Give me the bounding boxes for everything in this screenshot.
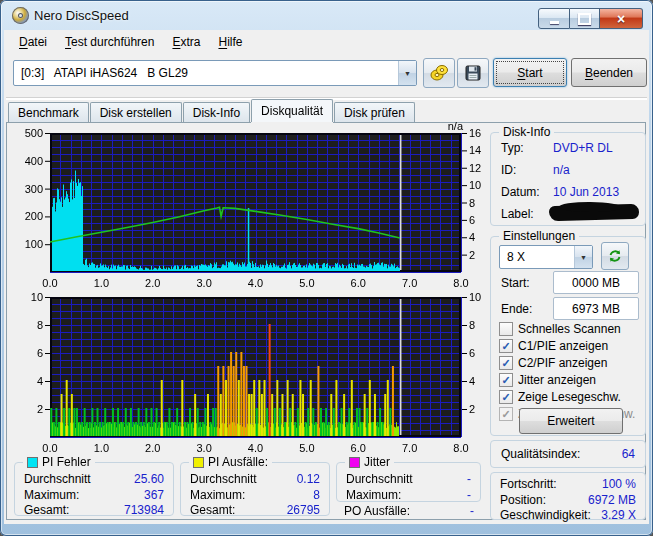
maximize-button[interactable] <box>570 8 600 29</box>
disc-app-icon <box>12 7 29 24</box>
refresh-button[interactable] <box>601 242 629 270</box>
stat-row: Maximum:8 <box>181 488 329 504</box>
typ-value: DVD+R DL <box>553 141 613 155</box>
redacted-label-value <box>549 204 639 221</box>
quality-index-label: Qualitätsindex: <box>501 447 580 461</box>
pi-errors-legend: PI Fehler <box>23 455 95 469</box>
toolbar: [0:3] ATAPI iHAS624 B GL29 ▼ Start Been <box>4 52 649 96</box>
stat-value: 367 <box>144 488 164 504</box>
label-label: Label: <box>501 207 553 221</box>
checkbox-label: Schnelles Scannen <box>518 322 621 336</box>
tab-disk-erstellen[interactable]: Disk erstellen <box>90 102 182 122</box>
checkbox-zeige-lesegeschw[interactable]: ✓Zeige Lesegeschw. <box>499 389 621 404</box>
start-pos-value: 0000 MB <box>572 276 620 290</box>
maximize-icon <box>578 13 591 25</box>
stat-label: Durchschnitt <box>190 472 257 488</box>
pi-failures-legend: PI Ausfälle: <box>189 455 272 469</box>
stat-label: Maximum: <box>24 488 79 504</box>
disk-info-title: Disk-Info <box>499 125 554 139</box>
po-failures-label: PO Ausfälle: <box>344 504 410 518</box>
tab-disk-pruefen[interactable]: Disk prüfen <box>334 102 415 122</box>
checkbox-label: Zeige Lesegeschw. <box>518 390 621 404</box>
stat-value: 8 <box>313 488 320 504</box>
jitter-legend: Jitter <box>345 455 394 469</box>
checkbox-label: Jitter anzeigen <box>518 373 596 387</box>
checkbox-c2-pif-anzeigen[interactable]: ✓C2/PIF anzeigen <box>499 355 607 370</box>
save-button[interactable] <box>457 58 489 88</box>
stat-label: Gesamt: <box>190 503 235 519</box>
window-title: Nero DiscSpeed <box>34 8 129 23</box>
drive-select[interactable]: [0:3] ATAPI iHAS624 B GL29 ▼ <box>13 60 417 86</box>
pi-errors-title: PI Fehler <box>42 455 91 469</box>
pi-failures-title: PI Ausfälle: <box>208 455 268 469</box>
stat-value: 25.60 <box>134 472 164 488</box>
start-button[interactable]: Start <box>493 58 567 87</box>
quit-button[interactable]: Beenden <box>571 58 647 87</box>
chevron-down-icon[interactable]: ▼ <box>574 246 592 268</box>
checkbox-c1-pie-anzeigen[interactable]: ✓C1/PIE anzeigen <box>499 338 608 353</box>
title-bar[interactable]: Nero DiscSpeed × <box>0 0 653 30</box>
start-pos-field[interactable]: 0000 MB <box>553 271 639 294</box>
stat-row: Durchschnitt25.60 <box>15 472 173 488</box>
id-label: ID: <box>501 163 553 177</box>
checkbox-jitter-anzeigen[interactable]: ✓Jitter anzeigen <box>499 372 596 387</box>
stat-label: Maximum: <box>346 488 401 504</box>
settings-group: Einstellungen 8 X ▼ Start: 0000 MB Ende:… <box>490 236 646 436</box>
tab-bar: Benchmark Disk erstellen Disk-Info Diskq… <box>8 101 416 122</box>
speed-row: Geschwindigkeit:3.29 X <box>491 508 645 524</box>
drive-select-value: [0:3] ATAPI iHAS624 B GL29 <box>14 66 398 80</box>
checkbox-box: ✓ <box>499 373 513 387</box>
tab-diskqualitaet[interactable]: Diskqualität <box>251 99 333 122</box>
stat-label: Gesamt: <box>24 503 69 519</box>
close-button[interactable]: × <box>600 8 643 29</box>
stat-value: - <box>467 472 471 488</box>
checkbox-schnelles-scannen[interactable]: Schnelles Scannen <box>499 321 621 336</box>
pi-failures-group: PI Ausfälle: Durchschnitt0.12 Maximum:8 … <box>180 462 330 516</box>
end-pos-field[interactable]: 6973 MB <box>553 297 639 320</box>
refresh-icon <box>607 248 623 264</box>
jitter-title: Jitter <box>364 455 390 469</box>
advanced-button[interactable]: Erweitert <box>519 408 623 434</box>
stat-label: Maximum: <box>190 488 245 504</box>
speed-select[interactable]: 8 X ▼ <box>499 245 593 269</box>
stat-row: Gesamt:26795 <box>181 503 329 519</box>
checkbox-box: ✓ <box>499 356 513 370</box>
tab-benchmark[interactable]: Benchmark <box>8 102 89 122</box>
datum-label: Datum: <box>501 185 553 199</box>
stat-label: Durchschnitt <box>346 472 413 488</box>
end-pos-value: 6973 MB <box>572 302 620 316</box>
disc-options-button[interactable] <box>423 58 455 88</box>
minimize-icon <box>550 21 559 24</box>
checkbox-label: C2/PIF anzeigen <box>518 356 607 370</box>
disk-info-row-datum: Datum:10 Jun 2013 <box>501 185 637 199</box>
disk-info-group: Disk-Info Typ:DVD+R DL ID:n/a Datum:10 J… <box>490 132 646 226</box>
menu-item-test-durchfuehren[interactable]: Test durchführen <box>56 33 163 51</box>
menu-bar: Datei Test durchführen Extra Hilfe <box>4 31 649 52</box>
stat-value: - <box>467 488 471 504</box>
typ-label: Typ: <box>501 141 553 155</box>
quality-index-value: 64 <box>622 447 635 461</box>
pie-error-chart <box>8 122 486 288</box>
menu-item-extra[interactable]: Extra <box>163 33 209 51</box>
po-failures-row: PO Ausfälle: - <box>344 504 474 518</box>
discs-icon <box>429 63 449 83</box>
jitter-swatch <box>349 457 360 468</box>
menu-item-datei[interactable]: Datei <box>10 33 56 51</box>
speed-label: Geschwindigkeit: <box>500 508 591 524</box>
checkbox-label: C1/PIE anzeigen <box>518 339 608 353</box>
position-row: Position:6972 MB <box>491 493 645 509</box>
checkbox-box: ✓ <box>499 390 513 404</box>
stat-row: Maximum:367 <box>15 488 173 504</box>
window-controls: × <box>538 8 643 29</box>
jitter-group: Jitter Durchschnitt- Maximum:- <box>336 462 481 502</box>
pi-failures-swatch <box>193 457 204 468</box>
chevron-down-icon[interactable]: ▼ <box>398 61 416 85</box>
pi-errors-group: PI Fehler Durchschnitt25.60 Maximum:367 … <box>14 462 174 516</box>
minimize-button[interactable] <box>538 8 570 29</box>
app-window: Nero DiscSpeed × Datei Test durchführen … <box>0 0 653 536</box>
tab-disk-info[interactable]: Disk-Info <box>183 102 250 122</box>
position-label: Position: <box>500 493 546 509</box>
close-icon: × <box>617 12 625 26</box>
id-value: n/a <box>553 163 570 177</box>
menu-item-hilfe[interactable]: Hilfe <box>209 33 251 51</box>
